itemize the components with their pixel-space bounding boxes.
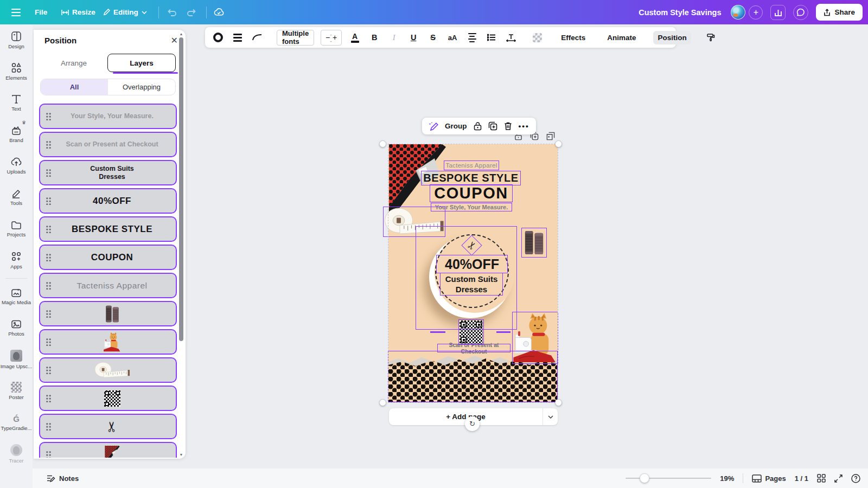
design-page[interactable]: Tacteniss Apparel BESPOKE STYLE COUPON Y… — [388, 144, 558, 402]
grid-view-button[interactable] — [817, 474, 826, 483]
cat-sewing-machine-image[interactable] — [513, 313, 558, 363]
drag-handle-icon[interactable] — [46, 422, 52, 431]
sidebar-item-tracer[interactable]: Tracer — [0, 438, 33, 470]
fill-color-button[interactable] — [212, 30, 225, 45]
insights-button[interactable] — [770, 5, 786, 20]
tab-layers[interactable]: Layers — [107, 54, 176, 72]
resize-handle-se[interactable] — [555, 399, 562, 406]
sidebar-item-tools[interactable]: Tools — [0, 182, 33, 213]
trash-icon[interactable] — [504, 121, 512, 131]
redo-button[interactable] — [187, 8, 196, 16]
drag-handle-icon[interactable] — [46, 451, 52, 458]
headline-text[interactable]: BESPOKE STYLE — [421, 171, 521, 185]
pages-button[interactable]: Pages — [752, 474, 786, 483]
text-color-button[interactable]: A — [348, 30, 361, 45]
drag-handle-icon[interactable] — [46, 253, 52, 261]
layer-row-text[interactable]: 40%OFF — [39, 188, 177, 214]
offer-text[interactable]: 40%OFF — [436, 255, 508, 273]
qr-code-image[interactable] — [459, 320, 483, 344]
sidebar-item-photos[interactable]: Photos — [0, 312, 33, 344]
sidebar-item-text[interactable]: Text — [0, 87, 33, 119]
fullscreen-button[interactable] — [834, 474, 843, 483]
drag-handle-icon[interactable] — [46, 394, 52, 402]
alignment-button[interactable] — [465, 30, 478, 45]
scroll-up-icon[interactable]: ▲ — [178, 32, 184, 36]
sidebar-item-design[interactable]: Design — [0, 24, 33, 56]
thread-spools-image[interactable] — [523, 229, 545, 256]
line-curve-button[interactable] — [251, 30, 264, 45]
strikethrough-button[interactable]: S — [426, 30, 439, 45]
add-member-button[interactable]: + — [749, 5, 763, 20]
editing-mode-dropdown[interactable]: Editing — [103, 8, 147, 16]
animate-button[interactable]: Animate — [603, 31, 640, 44]
resize-handle-sw[interactable] — [379, 399, 386, 406]
layer-row-image[interactable]: ✂ — [39, 414, 177, 439]
filter-all[interactable]: All — [41, 79, 108, 95]
drag-handle-icon[interactable] — [46, 197, 52, 205]
lock-icon[interactable] — [474, 121, 482, 131]
sidebar-item-brand[interactable]: ♛ co Brand — [0, 119, 33, 150]
copy-style-button[interactable] — [704, 30, 717, 45]
layer-row-text[interactable]: Custom SuitsDresses — [39, 160, 177, 185]
panel-scrollbar[interactable]: ▲ ▼ — [178, 32, 184, 457]
document-title[interactable]: Custom Style Savings — [639, 8, 721, 17]
offer-lines-text[interactable]: Custom SuitsDresses — [440, 273, 503, 296]
duplicate-icon[interactable] — [488, 121, 497, 131]
brand-text[interactable]: Tacteniss Apparel — [444, 160, 499, 170]
text-case-button[interactable]: aA — [446, 30, 459, 45]
underline-button[interactable]: U — [407, 30, 420, 45]
drag-handle-icon[interactable] — [46, 366, 52, 374]
layer-row-text[interactable]: COUPON — [39, 245, 177, 270]
close-icon[interactable]: ✕ — [171, 36, 178, 45]
drag-handle-icon[interactable] — [46, 140, 52, 149]
zoom-level[interactable]: 19% — [720, 474, 734, 483]
filter-overlapping[interactable]: Overlapping — [108, 79, 175, 95]
sidebar-item-elements[interactable]: Elements — [0, 56, 33, 87]
layer-row-image[interactable] — [39, 329, 177, 355]
scan-text[interactable]: Scan or Present at Checkout — [437, 344, 510, 352]
help-button[interactable] — [851, 474, 860, 483]
drag-handle-icon[interactable] — [46, 310, 52, 318]
menu-icon[interactable] — [11, 9, 21, 16]
increase-size-button[interactable]: + — [333, 33, 337, 42]
sidebar-item-typegradient[interactable]: Ǵ TypeGradie... — [0, 407, 33, 438]
sidebar-item-poster[interactable]: Poster — [0, 375, 33, 407]
sidebar-item-apps[interactable]: Apps — [0, 245, 33, 276]
layer-row-text[interactable]: Tacteniss Apparel — [39, 273, 177, 298]
font-size-stepper[interactable]: − -- + — [321, 30, 342, 46]
file-menu[interactable]: File — [35, 8, 47, 16]
sidebar-item-image-upscaler[interactable]: Image Upsc... — [0, 344, 33, 375]
resize-handle-nw[interactable] — [379, 140, 386, 147]
zoom-slider[interactable] — [626, 478, 711, 479]
stroke-weight-button[interactable] — [231, 30, 244, 45]
list-button[interactable] — [485, 30, 498, 45]
drag-handle-icon[interactable] — [46, 281, 52, 290]
transparency-button[interactable] — [531, 30, 544, 45]
layer-row-text[interactable]: Scan or Present at Checkout — [39, 132, 177, 157]
magic-edit-icon[interactable] — [429, 121, 438, 131]
position-button[interactable]: Position — [653, 31, 691, 44]
group-button[interactable]: Group — [445, 122, 467, 130]
notes-button[interactable]: Notes — [47, 474, 79, 483]
tab-arrange[interactable]: Arrange — [40, 54, 107, 72]
font-family-dropdown[interactable]: Multiple fonts — [277, 30, 314, 46]
scrollbar-thumb[interactable] — [179, 37, 183, 341]
rotate-handle[interactable]: ↻ — [465, 416, 480, 431]
effects-button[interactable]: Effects — [557, 31, 590, 44]
layer-row-image[interactable] — [39, 301, 177, 326]
italic-button[interactable]: I — [387, 30, 400, 45]
sidebar-item-magic-media[interactable]: Magic Media — [0, 281, 33, 312]
resize-button[interactable]: Resize — [61, 8, 95, 16]
more-options-button[interactable]: ••• — [519, 122, 529, 130]
drag-handle-icon[interactable] — [46, 225, 52, 233]
decrease-size-button[interactable]: − — [326, 33, 330, 42]
spacing-button[interactable] — [505, 30, 518, 45]
coupon-text[interactable]: COUPON — [430, 184, 513, 202]
sidebar-item-projects[interactable]: Projects — [0, 213, 33, 245]
sidebar-item-uploads[interactable]: Uploads — [0, 150, 33, 182]
bold-button[interactable]: B — [368, 30, 381, 45]
share-button[interactable]: Share — [816, 4, 863, 21]
drag-handle-icon[interactable] — [46, 169, 52, 177]
avatar[interactable] — [731, 5, 745, 20]
zoom-slider-thumb[interactable] — [640, 473, 649, 483]
